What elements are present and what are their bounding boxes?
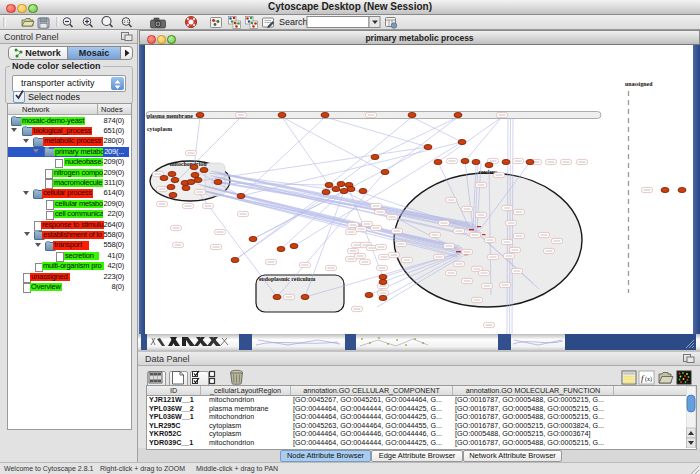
- svg-text:plasma membrane: plasma membrane: [147, 113, 193, 119]
- svg-text:unassigned: unassigned: [625, 81, 653, 87]
- svg-text:(x): (x): [645, 376, 652, 383]
- svg-text:cytoplasm: cytoplasm: [147, 126, 172, 132]
- svg-text:1:1: 1:1: [123, 19, 129, 24]
- svg-text:mitochondrion: mitochondrion: [170, 161, 207, 167]
- svg-text:Search:: Search:: [279, 17, 310, 27]
- svg-text:endoplasmic reticulum: endoplasmic reticulum: [259, 276, 316, 282]
